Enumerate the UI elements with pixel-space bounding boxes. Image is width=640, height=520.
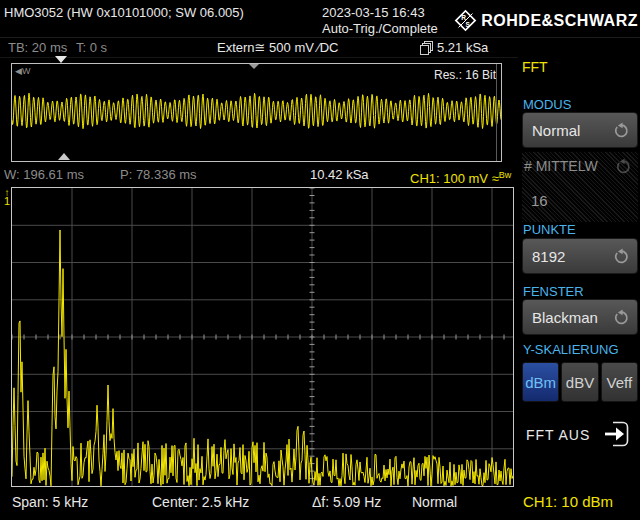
fft-mode-readout: Normal — [412, 494, 457, 511]
rbw-readout: Δf: 5.09 Hz — [312, 494, 381, 511]
rotary-knob-icon — [612, 248, 630, 269]
trigger-status: Auto-Trig./Complete — [322, 21, 438, 37]
datetime: 2023-03-15 16:43 — [322, 5, 425, 21]
fft-off-label: FFT AUS — [526, 427, 590, 443]
yscale-label: Y-SKALIERUNG — [523, 342, 619, 357]
mode-value: Normal — [532, 122, 580, 139]
acq-separator — [0, 57, 518, 58]
window-function-label: FENSTER — [523, 284, 584, 299]
timebase-readout: TB: 20 ms — [8, 40, 67, 56]
rotary-knob-icon — [612, 309, 630, 330]
window-edge-line — [496, 64, 497, 161]
trigger-position-marker[interactable] — [55, 56, 67, 63]
ch1-scale-text: CH1: 100 mV ≈ — [410, 171, 499, 186]
waveform-preview-window: ◀W Res.: 16 Bit — [11, 63, 502, 162]
ch1-scale-readout: CH1: 100 mV ≈Bw — [410, 167, 511, 187]
average-value: 16 — [531, 192, 548, 209]
yscale-option-dbv[interactable]: dBV — [561, 362, 598, 402]
ch1-bandwidth-flag: Bw — [499, 170, 512, 180]
center-readout: Center: 2.5 kHz — [152, 494, 249, 511]
average-count-button-disabled: # MITTELW 16 — [522, 152, 638, 222]
yscale-segment-group: dBm dBV Veff — [522, 362, 638, 402]
preview-center-marker — [249, 64, 259, 69]
points-label: PUNKTE — [523, 222, 576, 237]
sample-rate-readout: 5.21 kSa — [437, 40, 488, 56]
trigger-time-readout: T: 0 s — [76, 40, 107, 56]
points-value: 8192 — [532, 248, 565, 265]
rotary-knob-icon — [612, 122, 630, 143]
oscilloscope-screen: HMO3052 (HW 0x10101000; SW 06.005) 2023-… — [0, 0, 640, 520]
header-separator — [0, 37, 640, 38]
resolution-readout: Res.: 16 Bit — [434, 68, 496, 82]
yscale-option-veff[interactable]: Veff — [601, 362, 638, 402]
mode-button[interactable]: Normal — [522, 112, 638, 148]
exit-menu-icon — [604, 417, 630, 455]
mode-label: MODUS — [523, 97, 571, 112]
logo-letter-s: S — [466, 21, 471, 28]
window-width-readout: W: 196.61 ms — [4, 167, 84, 183]
rs-diamond-icon: R S — [454, 9, 477, 32]
ch1-reference-readout: CH1: 10 dBm — [523, 493, 613, 511]
points-button[interactable]: 8192 — [522, 238, 638, 274]
brand-name: ROHDE&SCHWARZ — [481, 12, 638, 30]
trigger-level-marker[interactable] — [58, 153, 70, 160]
average-label: # MITTELW — [524, 158, 598, 174]
menu-title: FFT — [522, 59, 548, 76]
span-readout: Span: 5 kHz — [12, 494, 88, 511]
trigger-setup-readout: Extern≅ 500 mV ∕DC — [217, 40, 338, 56]
fft-spectrum-trace — [12, 188, 513, 486]
yscale-option-dbm[interactable]: dBm — [522, 362, 559, 402]
zoom-sample-rate-readout: 10.42 kSa — [310, 167, 369, 183]
fft-display — [11, 187, 514, 487]
fft-off-button[interactable]: FFT AUS — [522, 415, 638, 455]
window-position-readout: P: 78.336 ms — [120, 167, 197, 183]
window-marker-label: ◀W — [15, 66, 30, 76]
window-function-value: Blackman — [532, 309, 598, 326]
rotary-knob-icon — [614, 158, 632, 180]
logo-letter-r: R — [461, 14, 466, 21]
brand-logo: R S ROHDE&SCHWARZ — [454, 9, 638, 32]
device-id: HMO3052 (HW 0x10101000; SW 06.005) — [4, 5, 244, 21]
window-function-button[interactable]: Blackman — [522, 299, 638, 335]
time-domain-trace — [12, 64, 501, 161]
